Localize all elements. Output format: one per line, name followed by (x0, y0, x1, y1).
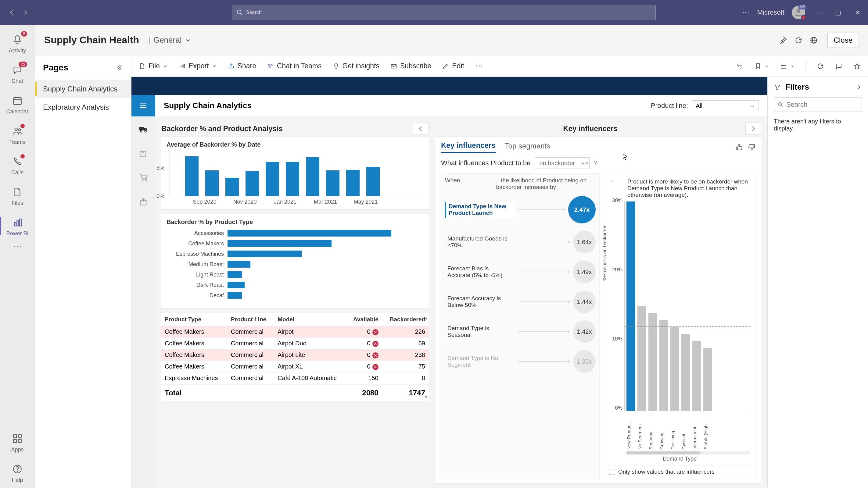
chart-bar[interactable] (205, 170, 219, 196)
table-row[interactable]: Coffee MakersCommercialAirpot Lite0✕238 (161, 349, 429, 361)
product-table[interactable]: Product Type Product Line Model Availabl… (161, 313, 429, 402)
nav-shipments[interactable] (131, 190, 155, 214)
col-product-type[interactable]: Product Type (161, 313, 227, 326)
chart-bar-row[interactable]: Accessories (166, 229, 423, 238)
close-window-button[interactable]: ✕ (851, 9, 864, 16)
col-available[interactable]: Available (346, 313, 382, 326)
ki-chart-bar[interactable] (638, 306, 646, 411)
product-line-select[interactable]: All (692, 100, 759, 111)
ki-chart-bar[interactable] (626, 201, 635, 411)
rail-chat[interactable]: 23 Chat (0, 59, 35, 89)
ki-back-button[interactable]: ← (609, 177, 616, 185)
chart-bar[interactable] (366, 167, 380, 196)
table-row[interactable]: Coffee MakersCommercialAirpot0✕226 (161, 326, 429, 338)
key-influencers-visual[interactable]: Key influencers Top segments (435, 136, 762, 484)
back-button[interactable] (6, 7, 17, 18)
ki-chart-bar[interactable] (648, 313, 657, 411)
chart-bar-row[interactable]: Light Roast (166, 270, 423, 279)
more-icon[interactable]: ⋯ (742, 8, 750, 17)
chart-bar[interactable] (246, 171, 259, 196)
chart-bar[interactable] (346, 170, 360, 196)
rail-apps[interactable]: Apps (0, 427, 35, 457)
undo-button[interactable] (736, 63, 743, 70)
comment-button[interactable] (835, 63, 842, 70)
chart-bar[interactable] (185, 156, 198, 196)
col-backordered[interactable]: Backordered (382, 313, 429, 326)
chart-bar[interactable] (326, 170, 339, 196)
rail-calendar[interactable]: Calendar (0, 89, 35, 120)
chart-bar[interactable] (266, 162, 279, 196)
avatar[interactable]: MS (792, 6, 805, 19)
nav-inventory[interactable] (131, 141, 155, 165)
reset-button[interactable] (817, 63, 824, 70)
table-row[interactable]: Espresso MachinesCommercialCafé A-100 Au… (161, 372, 429, 384)
export-menu[interactable]: Export (179, 62, 217, 70)
chart-bar[interactable] (225, 178, 239, 196)
chevron-down-icon[interactable] (185, 37, 191, 43)
file-menu[interactable]: File (139, 62, 168, 70)
ki-factor[interactable]: Manufactured Goods is <70%1.64x (445, 231, 596, 253)
col-product-line[interactable]: Product Line (227, 313, 274, 326)
chart-bar-row[interactable]: Dark Roast (166, 281, 423, 290)
tab-key-influencers[interactable]: Key influencers (441, 141, 496, 153)
rail-more[interactable]: ⋯ (13, 241, 22, 248)
chart-bar[interactable] (286, 162, 299, 196)
subscribe-button[interactable]: Subscribe (391, 62, 431, 70)
filters-search[interactable] (774, 97, 862, 112)
chat-in-teams-button[interactable]: Chat in Teams (267, 62, 322, 70)
maximize-button[interactable]: ▢ (832, 9, 844, 16)
chart-bar-row[interactable]: Coffee Makers (166, 239, 423, 248)
ki-chart-bar[interactable] (659, 320, 668, 411)
edit-button[interactable]: Edit (442, 62, 464, 70)
rail-help[interactable]: Help (0, 457, 35, 488)
thumbs-down-icon[interactable] (747, 143, 755, 151)
toolbar-more[interactable]: ⋯ (475, 61, 483, 71)
minimize-button[interactable]: — (812, 9, 825, 16)
table-scrollbar[interactable]: ▲▼ (424, 316, 428, 399)
ki-help-icon[interactable]: ? (594, 159, 597, 167)
expand-filters-icon[interactable] (857, 85, 862, 90)
tab-top-segments[interactable]: Top segments (505, 142, 550, 153)
get-insights-button[interactable]: Get insights (333, 62, 379, 70)
channel-name[interactable]: General (153, 35, 182, 45)
view-button[interactable] (780, 63, 795, 70)
rail-powerbi[interactable]: Power BI (0, 211, 35, 241)
col-model[interactable]: Model (274, 313, 346, 326)
ki-chart-bar[interactable] (681, 334, 690, 411)
rail-calls[interactable]: Calls (0, 150, 35, 181)
chart-bar-row[interactable]: Decaf (166, 291, 423, 300)
ki-factor[interactable]: Demand Type is No Segment1.35x (445, 350, 596, 373)
ki-factor[interactable]: Demand Type is Seasonal1.42x (445, 320, 596, 343)
rail-files[interactable]: Files (0, 181, 35, 211)
nav-truck[interactable] (131, 117, 155, 141)
ki-target-select[interactable]: on backorder (535, 157, 590, 169)
chart-backorder-by-date[interactable]: Average of Backorder % by Date 0% 5% Sep… (161, 136, 429, 210)
share-button[interactable]: Share (228, 62, 256, 70)
ki-chart-bar[interactable] (670, 327, 679, 411)
chart-bar[interactable] (306, 157, 319, 196)
close-tab-button[interactable]: Close (828, 33, 859, 48)
chart-backorder-by-product-type[interactable]: Backorder % by Product Type AccessoriesC… (161, 214, 429, 308)
table-row[interactable]: Coffee MakersCommercialAirpot XL0✕75 (161, 361, 429, 372)
hamburger-button[interactable] (131, 95, 155, 117)
ki-chart-bar[interactable] (692, 341, 701, 411)
chart-bar-row[interactable]: Medium Roast (166, 260, 423, 269)
search-box[interactable]: Search (232, 5, 656, 20)
page-item-supply-chain-analytics[interactable]: Supply Chain Analytics (35, 80, 131, 98)
nav-cart[interactable] (131, 165, 155, 190)
collapse-pages-icon[interactable] (116, 64, 123, 71)
ki-only-influencers-checkbox[interactable] (609, 469, 615, 475)
favorite-button[interactable] (854, 63, 861, 70)
table-row[interactable]: Coffee MakersCommercialAirpot Duo0✕69 (161, 338, 429, 349)
refresh-button[interactable] (791, 33, 806, 48)
forward-button[interactable] (20, 7, 31, 18)
ki-factor[interactable]: Demand Type is New Product Launch2.47x (445, 196, 596, 223)
globe-button[interactable] (806, 33, 822, 48)
filters-search-input[interactable] (786, 101, 858, 108)
ki-chart-bar[interactable] (703, 348, 712, 411)
bookmark-button[interactable] (754, 63, 769, 70)
ki-factor[interactable]: Forecast Accuracy is Below 50%1.44x (445, 291, 596, 313)
rail-activity[interactable]: 8 Activity (0, 28, 35, 59)
chart-bar-row[interactable]: Espresso Machines (166, 249, 423, 258)
ki-factor[interactable]: Forecast Bias is Accurate (5% to -5%)1.4… (445, 261, 596, 283)
